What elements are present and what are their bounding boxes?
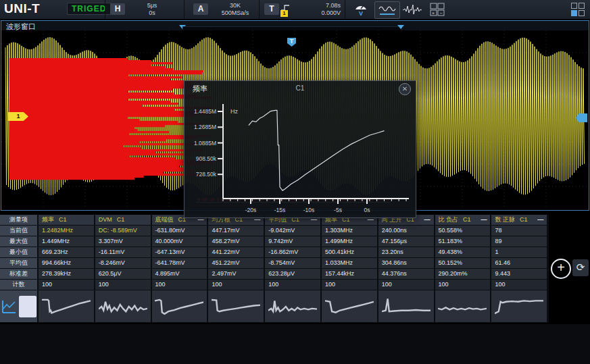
horizontal-menu-button[interactable]: H — [110, 3, 125, 15]
trend-chart-icon — [1, 299, 16, 314]
noise-analysis-button[interactable] — [400, 1, 424, 18]
measure-sparkline-cell — [435, 290, 492, 323]
measure-value-cell: 100 — [95, 280, 152, 290]
collapse-dash-icon: — — [537, 215, 543, 225]
measure-column-header[interactable]: DVMC1 — [95, 215, 152, 226]
measure-value-cell: 50.152% — [435, 258, 492, 269]
pan-right-handle-icon[interactable] — [397, 25, 404, 29]
measure-value-cell: -647.13mV — [152, 247, 209, 258]
row-label: 最小值 — [0, 247, 39, 258]
measure-value-cell: 441.22mV — [208, 247, 265, 258]
measure-value-cell: 1.033MHz — [322, 258, 378, 269]
x-tick-label: -15s — [274, 207, 286, 213]
measure-channel: C1 — [59, 216, 67, 223]
close-icon[interactable]: ✕ — [399, 83, 411, 95]
layout-cell-active-icon — [571, 10, 577, 16]
trigger-level-value: 0.000V — [292, 9, 341, 17]
collapse-dash-icon: — — [481, 215, 487, 225]
y-unit-label: Hz — [230, 108, 238, 115]
y-tick-label: 728.50k — [196, 171, 217, 178]
trigger-slope-indicator[interactable]: 1 — [280, 2, 291, 17]
memory-depth-value: 30K — [214, 2, 257, 9]
measure-value-cell: -641.78mV — [152, 258, 209, 269]
sparkline — [42, 294, 91, 319]
layout-cell-icon — [571, 3, 577, 9]
reset-statistics-button[interactable]: ⟳ — [572, 259, 589, 276]
measure-value-cell: 278.39kHz — [39, 269, 95, 280]
measure-channel: C1 — [520, 216, 528, 223]
measure-sparkline-cell — [378, 290, 435, 323]
trigger-source-badge: 1 — [280, 10, 288, 17]
measure-value-cell: 2.497mV — [208, 269, 265, 280]
frequency-trend-line — [249, 110, 385, 190]
calc-grid-icon: × − — [430, 3, 445, 16]
measure-name: 底端值 — [155, 216, 174, 223]
acquire-menu-button[interactable]: A — [193, 3, 208, 15]
measure-value-cell: 100 — [265, 280, 322, 290]
measure-column-header[interactable]: 数 正脉C1— — [491, 215, 548, 226]
toolbar-divider — [105, 0, 105, 19]
measure-value-cell: 290.20m% — [435, 269, 492, 280]
y-tick-label: 1.4485M — [194, 108, 216, 115]
trend-mode-cell[interactable] — [0, 290, 39, 323]
trigger-menu-button[interactable]: T — [264, 3, 279, 15]
measure-value-cell: 51.183% — [435, 236, 492, 247]
measure-sparkline-cell — [95, 290, 152, 323]
waveform-generator-button[interactable] — [374, 1, 400, 19]
measure-value-cell: 669.23Hz — [39, 247, 95, 258]
measure-value-cell: 1 — [491, 247, 548, 258]
measure-value-cell: 89 — [491, 236, 548, 247]
window-layout-button[interactable] — [571, 3, 586, 16]
dvm-button[interactable]: V — [349, 1, 373, 18]
measure-value-cell: -9.042mV — [265, 226, 322, 236]
toolbar-divider — [345, 0, 345, 19]
row-label: 标准差 — [0, 269, 39, 280]
trigger-readout[interactable]: 7.08s 0.000V — [292, 2, 341, 17]
horizontal-readout[interactable]: 5μs 0s — [132, 2, 172, 17]
measure-value-cell: 451.22mV — [208, 258, 265, 269]
measure-value-cell: 100 — [322, 280, 378, 290]
measure-value-cell: 4.895mV — [152, 269, 209, 280]
measure-value-cell: 49.438% — [435, 247, 492, 258]
sparkline — [155, 294, 203, 319]
frequency-trend-popup: 频率 C1 ✕ 1.4485M1.2685M1.0885M908.50k728.… — [184, 80, 416, 218]
add-measurement-button[interactable]: + — [551, 259, 571, 279]
calculator-button[interactable]: × − — [425, 1, 449, 18]
measure-sparkline-cell — [152, 290, 209, 323]
brand-logo: UNI-T — [4, 1, 40, 16]
generator-underline-icon — [380, 13, 395, 16]
sample-rate-value: 500MSa/s — [214, 9, 257, 17]
measure-value-cell: -16.862mV — [265, 247, 322, 258]
bottom-channel-bar: ‹ C1200mV/ 1MΩUI 1X 0.00V C2 OFF C3 OF — [0, 324, 590, 364]
measure-name: 频率 — [42, 216, 54, 223]
popup-header[interactable]: 频率 C1 ✕ — [185, 81, 416, 96]
svg-text:×: × — [432, 11, 435, 16]
measure-value-cell: 47.156μs — [378, 236, 435, 247]
dvm-gauge-icon — [354, 2, 368, 10]
measure-value-cell: 9.443 — [491, 269, 548, 280]
sparkline — [99, 294, 147, 319]
measure-value-cell: 23.20ns — [378, 247, 435, 258]
measure-name: 数 正脉 — [495, 216, 515, 223]
measure-channel: C1 — [463, 216, 471, 223]
measure-channel: C1 — [117, 216, 125, 223]
measure-column-header[interactable]: 比 负占C1— — [435, 215, 492, 226]
measure-value-cell: 1.449MHz — [39, 236, 95, 247]
trend-select-button[interactable] — [19, 296, 36, 317]
x-tick-label: -5s — [334, 207, 342, 213]
row-label: 测量项 — [0, 215, 39, 226]
sparkline — [438, 294, 487, 319]
measure-sparkline-cell — [265, 290, 322, 323]
horizontal-offset-value: 0s — [132, 9, 172, 17]
measure-column-header[interactable]: 频率C1 — [39, 215, 95, 226]
measure-value-cell: 50.558% — [435, 226, 492, 236]
measure-sparkline-cell — [208, 290, 265, 323]
dvm-unit-label: V — [359, 10, 363, 17]
measure-value-cell: 100 — [208, 280, 265, 290]
measure-value-cell: 9.742mV — [265, 236, 322, 247]
sparkline — [325, 294, 374, 319]
measure-value-cell: 240.00ns — [378, 226, 435, 236]
acquire-readout[interactable]: 30K 500MSa/s — [214, 2, 257, 17]
measure-value-cell: 100 — [491, 280, 548, 290]
row-label: 最大值 — [0, 236, 39, 247]
